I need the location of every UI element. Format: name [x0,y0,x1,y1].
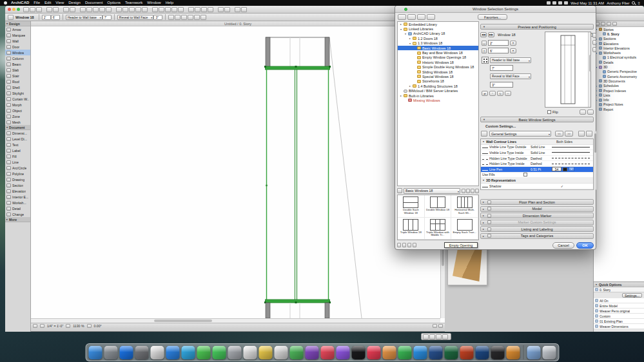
tool-marquee[interactable]: Marquee [5,32,30,38]
tool-arrow[interactable]: Arrow [5,26,30,32]
publish-icon[interactable] [53,7,59,12]
cursor-snap-icon[interactable] [436,334,442,339]
previous-view-icon[interactable] [106,7,112,12]
dock-photo-booth-icon[interactable] [305,346,318,359]
dock-news-icon[interactable] [367,346,380,359]
preview-camera-button[interactable] [587,110,594,115]
settings-scroll-thumb[interactable] [594,133,596,153]
selection-handle[interactable] [295,66,297,68]
horizontal-scrollbar[interactable] [31,318,440,323]
preview-elevation-view-button[interactable] [592,40,596,45]
toolbox-section-document[interactable]: ▾Document [5,125,30,130]
tool-column[interactable]: Column [5,55,30,61]
library-item-empty-window-openings-18[interactable]: Empty Window Openings 18 [398,55,478,60]
dock-pages-icon[interactable] [382,346,396,359]
reload-icon[interactable] [407,243,411,247]
mirror-vertical-button[interactable]: ↕ [489,91,496,96]
trim-icon[interactable] [152,7,158,12]
pen-number-field[interactable]: 54 [552,167,561,171]
dock-excel-icon[interactable] [444,346,458,359]
zoom-out-icon[interactable] [93,7,99,12]
section-marker-custom-settings[interactable]: ▸Marker Custom Settings [480,220,594,225]
library-part-double-window-18[interactable]: Double Window 18 [425,195,452,218]
tool-object[interactable]: Object [5,108,30,113]
tool-morph[interactable]: Morph [5,102,30,108]
pen-picker-button[interactable]: ▾ [569,167,574,171]
home-icon[interactable] [417,14,425,20]
library-part-double-sash-window-18[interactable]: Double Sash Window 18 [398,195,425,218]
dock-safari-icon[interactable] [181,346,195,359]
toolbox-more[interactable]: ▸More [5,217,30,222]
selection-handle[interactable] [295,301,297,303]
setting-row-hidden-line-type-outside[interactable]: Hidden Line Type OutsideDashed [481,156,593,162]
add-part-icon[interactable] [397,243,401,247]
dock-messages-icon[interactable] [197,346,210,359]
library-item-archicad-library-18[interactable]: ▾ArchiCAD Library 18 [398,32,478,36]
vertical-scroll-thumb[interactable] [442,248,444,266]
favorites-icon[interactable] [200,15,206,20]
reveal-anchor-dropdown[interactable]: Reveal to Wall Face [490,73,531,79]
undo-icon[interactable] [63,7,69,12]
adjust-icon[interactable] [165,7,171,12]
zoom-window-button[interactable] [17,8,20,11]
scale-indicator[interactable]: 1/4" = 1'-0" [47,324,63,328]
gravity-icon[interactable] [142,7,148,12]
reveal-anchor-value-field[interactable]: 3" [490,82,513,88]
library-item-linked-libraries[interactable]: ▾Linked Libraries [398,26,478,31]
library-part-horizontal-multi-sash-wi[interactable]: Horizontal Multi-Sash Wi... [451,195,478,218]
dock-downloads-icon[interactable] [527,346,540,359]
section-3d-icon[interactable] [224,7,230,12]
story-up-icon[interactable] [122,7,128,12]
split-icon[interactable] [159,7,164,12]
navigator-item-report[interactable]: Report [594,107,644,111]
tool-stair[interactable]: Stair [5,73,30,79]
dock-keynote-icon[interactable] [413,346,427,359]
fillet-icon[interactable] [178,7,184,12]
toolbox-section-design[interactable]: ▾Design [5,21,30,26]
show-3d-icon[interactable] [218,7,224,12]
close-window-button[interactable] [8,8,11,11]
ungroup-icon[interactable] [195,7,200,12]
mirror-horizontal-button[interactable]: ⇄ [482,91,488,96]
menu-document[interactable]: Document [85,0,102,6]
quick-option-weaver-dimensions[interactable]: Weaver Dimensions [594,324,644,329]
ok-button[interactable]: OK [576,242,594,249]
pan-icon[interactable] [80,7,86,12]
list-view-icon[interactable] [398,14,406,20]
tool-roof[interactable]: Roof [5,79,30,84]
rotation-indicator[interactable]: 0.00° [94,324,102,328]
list-view-icon[interactable] [471,189,474,193]
library-part-triple-window-18[interactable]: Triple Window 18 [398,218,425,240]
model-view-icon[interactable] [188,15,193,20]
plan-drawing[interactable] [31,26,440,318]
large-icons-view-icon[interactable] [462,189,465,193]
spotlight-icon[interactable] [632,1,635,5]
tool-window[interactable]: Window [5,50,30,55]
tool-beam[interactable]: Beam [5,61,30,67]
navigator-item-lists[interactable]: ▸Lists [594,93,644,97]
next-settings-page-button[interactable]: >> [565,131,573,137]
selected-window-element[interactable] [264,66,331,303]
new-folder-icon[interactable] [407,14,416,20]
navigator-item-elevations[interactable]: ▸Elevations [594,41,644,46]
dock-music-icon[interactable] [320,346,334,359]
tracker-icon[interactable] [442,334,448,339]
tool-text[interactable]: Text [5,142,30,148]
menu-options[interactable]: Options [107,0,121,6]
setting-row-line-pen[interactable]: Line Pen0.51 Pt54▾ [481,167,593,173]
tool-line[interactable]: Line [5,159,30,165]
header-anchor-value-field[interactable]: 7' [490,65,513,71]
setting-row-visible-line-type-outside[interactable]: Visible Line Type OutsideSolid Line [481,145,593,151]
library-item-historic-windows-18[interactable]: Historic Windows 18 [398,60,478,64]
library-item-bimcloud-bim-server-libraries[interactable]: BIMcloud / BIM Server Libraries [398,88,478,93]
tool-shell[interactable]: Shell [5,84,30,90]
dock-calendar-icon[interactable] [243,346,257,359]
menu-design[interactable]: Design [68,0,81,6]
bluetooth-icon[interactable] [552,1,556,5]
grid-snap-icon[interactable] [135,7,141,12]
tool-slab[interactable]: Slab [5,67,30,73]
edge-hotspot[interactable] [266,185,268,187]
tool-label[interactable]: Label [5,148,30,153]
zoom-in-icon[interactable] [86,7,92,12]
library-item-missing-windows[interactable]: Missing Windows [398,98,478,102]
